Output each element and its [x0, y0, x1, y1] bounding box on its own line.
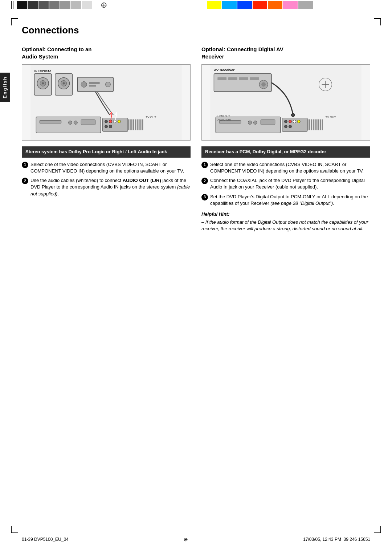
svg-point-25 — [105, 125, 108, 128]
svg-rect-43 — [250, 77, 259, 80]
svg-rect-33 — [139, 119, 140, 130]
step-1-text: Select one of the video connections (CVB… — [30, 161, 191, 174]
svg-rect-62 — [307, 119, 309, 130]
svg-point-45 — [261, 82, 266, 87]
svg-point-24 — [118, 120, 121, 123]
right-step-number-3: 3 — [201, 194, 208, 200]
svg-point-61 — [289, 125, 291, 128]
svg-rect-67 — [317, 119, 318, 130]
av-diagram: AV Receiver — [201, 64, 370, 141]
svg-rect-35 — [142, 119, 143, 130]
svg-point-60 — [285, 125, 287, 128]
svg-text:AUDIO OUT: AUDIO OUT — [217, 118, 232, 121]
right-step-3-text: Set the DVD Player's Digital Output to P… — [210, 194, 370, 207]
bold-audio-out: AUDIO OUT (L/R) — [123, 178, 161, 183]
svg-rect-51 — [219, 121, 241, 123]
left-step-2: 2 Use the audio cables (white/red) to co… — [22, 177, 191, 197]
right-step-2-text: Connect the COAXIAL jack of the DVD Play… — [210, 177, 370, 190]
footer: 01-39 DVP5100_EU_04 ⊕ 17/03/05, 12:43 PM… — [0, 536, 392, 542]
svg-point-21 — [105, 120, 108, 123]
top-bar-right — [196, 0, 392, 10]
right-column: Optional: Connecting Digital AV Receiver… — [201, 46, 370, 232]
svg-point-9 — [63, 82, 65, 85]
italic-cable: (cable not supplied) — [30, 184, 190, 196]
svg-rect-28 — [130, 119, 131, 130]
svg-point-53 — [253, 121, 257, 125]
footer-right-text: 17/03/05, 12:43 PM 39 246 15651 — [303, 537, 370, 542]
left-column: Optional: Connecting to an Audio System … — [22, 46, 191, 232]
footer-page-number: ⊕ — [184, 536, 188, 542]
right-instruction-box: Receiver has a PCM, Dolby Digital, or MP… — [201, 146, 370, 158]
svg-point-57 — [289, 120, 291, 123]
svg-point-14 — [106, 82, 111, 87]
svg-rect-64 — [311, 119, 312, 130]
svg-point-17 — [69, 121, 72, 125]
right-section-heading: Optional: Connecting Digital AV Receiver — [201, 46, 370, 60]
right-step-number-2: 2 — [201, 178, 208, 184]
svg-rect-16 — [40, 121, 61, 123]
svg-rect-63 — [309, 119, 310, 130]
right-step-3: 3 Set the DVD Player's Digital Output to… — [201, 194, 370, 207]
svg-text:AV Receiver: AV Receiver — [214, 68, 234, 72]
corner-mark-bl — [11, 526, 18, 533]
left-section-heading: Optional: Connecting to an Audio System — [22, 46, 191, 60]
footer-left-text: 01-39 DVP5100_EU_04 — [22, 537, 69, 542]
svg-rect-41 — [228, 77, 237, 80]
main-columns: Optional: Connecting to an Audio System … — [22, 46, 370, 232]
svg-rect-65 — [313, 119, 314, 130]
right-step-1-text: Select one of the video connections (CVB… — [210, 161, 370, 174]
svg-text:TV OUT: TV OUT — [325, 116, 336, 119]
svg-rect-69 — [320, 119, 321, 130]
svg-point-11 — [81, 82, 87, 88]
svg-rect-13 — [89, 85, 96, 86]
title-divider — [22, 39, 370, 39]
svg-text:HDMI OUT: HDMI OUT — [217, 115, 230, 117]
helpful-hint: Helpful Hint: – If the audio format of t… — [201, 211, 370, 232]
svg-rect-66 — [315, 119, 316, 130]
step-number-2: 2 — [22, 178, 28, 184]
svg-rect-32 — [137, 119, 138, 130]
svg-point-59 — [297, 120, 300, 123]
svg-rect-70 — [322, 119, 323, 130]
svg-text:STEREO: STEREO — [34, 69, 51, 73]
svg-point-26 — [109, 125, 112, 128]
svg-rect-34 — [140, 119, 142, 130]
svg-point-5 — [42, 82, 44, 85]
hint-title: Helpful Hint: — [201, 211, 370, 218]
page-content: Connections Optional: Connecting to an A… — [0, 10, 392, 247]
left-step-1: 1 Select one of the video connections (C… — [22, 161, 191, 174]
svg-point-58 — [293, 120, 296, 123]
svg-point-46 — [291, 113, 295, 117]
left-steps: 1 Select one of the video connections (C… — [22, 161, 191, 197]
svg-text:TV OUT: TV OUT — [146, 116, 156, 119]
step-2-text: Use the audio cables (white/red) to conn… — [30, 177, 191, 197]
top-bar-left: ⊕ — [0, 0, 196, 10]
svg-rect-40 — [217, 77, 226, 80]
right-step-2: 2 Connect the COAXIAL jack of the DVD Pl… — [201, 177, 370, 190]
page-title: Connections — [22, 25, 370, 36]
svg-point-56 — [285, 120, 287, 123]
svg-rect-31 — [135, 119, 136, 130]
svg-point-18 — [74, 121, 77, 125]
right-step-number-1: 1 — [201, 162, 208, 168]
svg-rect-27 — [128, 119, 129, 130]
hint-text: – If the audio format of the Digital Out… — [201, 219, 370, 232]
svg-rect-19 — [81, 120, 95, 125]
italic-see-page: (see page 28 "Digital Output") — [270, 200, 333, 206]
step-number-1: 1 — [22, 162, 28, 168]
svg-rect-42 — [239, 77, 248, 80]
svg-rect-54 — [261, 120, 275, 125]
right-steps: 1 Select one of the video connections (C… — [201, 161, 370, 207]
svg-point-52 — [248, 121, 252, 125]
footer-crosshair: ⊕ — [184, 536, 188, 542]
right-step-1: 1 Select one of the video connections (C… — [201, 161, 370, 174]
svg-rect-15 — [36, 117, 101, 133]
top-color-bar: ⊕ — [0, 0, 392, 10]
svg-rect-29 — [131, 119, 132, 130]
svg-rect-68 — [318, 119, 319, 130]
crosshair-left: ⊕ — [101, 0, 107, 10]
svg-rect-30 — [133, 119, 134, 130]
svg-rect-12 — [89, 82, 100, 84]
left-instruction-box: Stereo system has Dolby Pro Logic or Rig… — [22, 146, 191, 158]
stereo-diagram: STEREO — [22, 64, 191, 141]
